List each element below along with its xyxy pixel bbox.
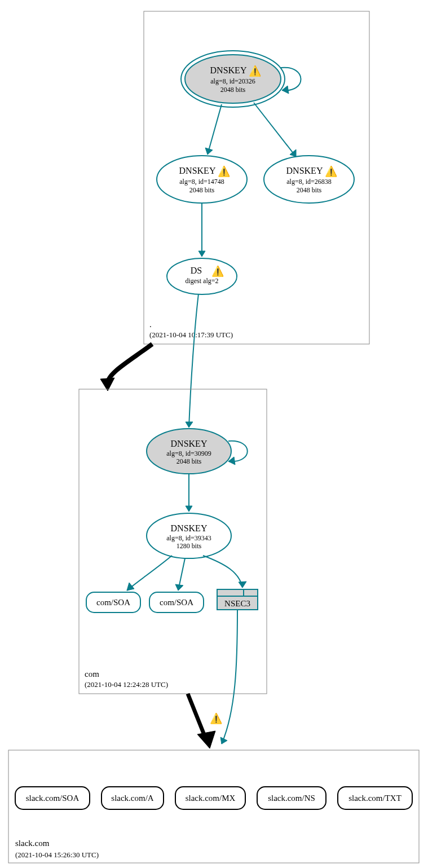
- svg-text:alg=8, id=30909: alg=8, id=30909: [166, 450, 211, 457]
- svg-text:alg=8, id=14748: alg=8, id=14748: [179, 178, 224, 186]
- svg-text:slack.com/SOA: slack.com/SOA: [26, 794, 80, 803]
- svg-text:DNSKEY: DNSKEY: [171, 523, 208, 533]
- edge-com-to-slack-delegation: [188, 694, 206, 739]
- svg-text:slack.com/TXT: slack.com/TXT: [348, 794, 401, 803]
- warning-icon: ⚠️: [211, 265, 224, 277]
- zone-com-date: (2021-10-04 12:24:28 UTC): [85, 680, 168, 689]
- zone-root-label: .: [149, 320, 152, 329]
- svg-text:alg=8, id=26838: alg=8, id=26838: [286, 178, 332, 186]
- node-slack-txt[interactable]: slack.com/TXT: [338, 787, 412, 809]
- svg-marker-20: [198, 251, 205, 257]
- node-com-ksk[interactable]: DNSKEY alg=8, id=30909 2048 bits: [147, 429, 231, 474]
- svg-text:com/SOA: com/SOA: [96, 598, 130, 607]
- svg-text:NSEC3: NSEC3: [224, 599, 250, 608]
- svg-marker-33: [186, 506, 192, 512]
- svg-text:2048 bits: 2048 bits: [297, 186, 322, 194]
- svg-text:slack.com/MX: slack.com/MX: [186, 794, 236, 803]
- svg-marker-44: [239, 581, 246, 588]
- node-com-zsk[interactable]: DNSKEY alg=8, id=39343 1280 bits: [147, 513, 231, 558]
- svg-marker-45: [197, 731, 215, 748]
- node-slack-soa[interactable]: slack.com/SOA: [15, 787, 90, 809]
- svg-text:DNSKEY: DNSKEY: [210, 65, 247, 75]
- svg-text:DNSKEY: DNSKEY: [286, 166, 323, 175]
- edge-ds-to-com-ksk: [189, 294, 198, 428]
- zone-com-label: com: [85, 669, 99, 678]
- edge-ksk-to-zsk2: [254, 103, 296, 157]
- node-slack-a[interactable]: slack.com/A: [102, 787, 164, 809]
- edge-ksk-to-zsk1: [208, 104, 222, 155]
- svg-text:alg=8, id=20326: alg=8, id=20326: [210, 77, 255, 85]
- edge-comzsk-to-soa1: [127, 556, 172, 591]
- edge-root-ksk-self: [281, 68, 301, 91]
- svg-text:DNSKEY: DNSKEY: [171, 439, 208, 448]
- node-slack-ns[interactable]: slack.com/NS: [257, 787, 326, 809]
- edge-nsec3-to-slack: [222, 610, 237, 744]
- edge-root-to-com-delegation: [108, 344, 152, 384]
- svg-marker-42: [127, 583, 134, 591]
- svg-text:slack.com/NS: slack.com/NS: [268, 794, 315, 803]
- warning-icon: ⚠️: [249, 65, 262, 77]
- svg-text:slack.com/A: slack.com/A: [111, 794, 154, 803]
- node-root-zsk1[interactable]: DNSKEY ⚠️ alg=8, id=14748 2048 bits: [157, 156, 247, 203]
- svg-marker-43: [175, 584, 183, 591]
- node-root-zsk2[interactable]: DNSKEY ⚠️ alg=8, id=26838 2048 bits: [264, 156, 354, 203]
- edge-comzsk-to-nsec3: [203, 556, 242, 588]
- node-root-ds[interactable]: DS ⚠️ digest alg=2: [167, 258, 237, 294]
- warning-icon: ⚠️: [210, 712, 223, 725]
- node-com-nsec3[interactable]: NSEC3: [217, 589, 258, 610]
- warning-icon: ⚠️: [218, 165, 231, 178]
- svg-text:alg=8, id=39343: alg=8, id=39343: [166, 534, 211, 542]
- svg-text:2048 bits: 2048 bits: [220, 86, 246, 94]
- svg-point-17: [167, 258, 237, 294]
- svg-text:2048 bits: 2048 bits: [177, 457, 202, 465]
- node-slack-mx[interactable]: slack.com/MX: [175, 787, 245, 809]
- zone-slack-label: slack.com: [15, 839, 50, 848]
- svg-text:digest alg=2: digest alg=2: [185, 277, 218, 285]
- svg-marker-22: [186, 422, 193, 428]
- zone-slack-date: (2021-10-04 15:26:30 UTC): [15, 851, 99, 859]
- node-root-ksk[interactable]: DNSKEY ⚠️ alg=8, id=20326 2048 bits: [181, 51, 285, 107]
- svg-text:2048 bits: 2048 bits: [189, 186, 215, 194]
- node-com-soa-2[interactable]: com/SOA: [149, 592, 204, 613]
- node-com-soa-1[interactable]: com/SOA: [86, 592, 140, 613]
- zone-root-date: (2021-10-04 10:17:39 UTC): [149, 331, 233, 339]
- svg-marker-15: [205, 148, 213, 155]
- warning-icon: ⚠️: [325, 165, 338, 178]
- svg-text:DS: DS: [191, 266, 202, 275]
- svg-text:DNSKEY: DNSKEY: [179, 166, 216, 175]
- svg-text:com/SOA: com/SOA: [160, 598, 193, 607]
- svg-text:1280 bits: 1280 bits: [177, 542, 202, 550]
